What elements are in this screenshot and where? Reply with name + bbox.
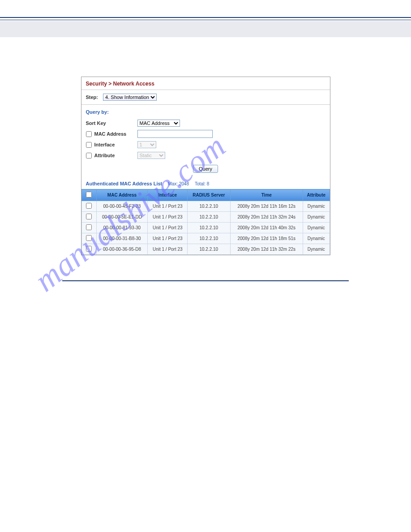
interface-header: Interface	[148, 189, 188, 201]
top-border	[0, 17, 411, 20]
step-label: Step:	[86, 94, 98, 100]
list-total: Total: 8	[195, 181, 209, 186]
cell-time: 2008y 20m 12d 11h 32m 24s	[230, 212, 303, 223]
mac-address-row: MAC Address	[86, 129, 325, 139]
step-select[interactable]: 4. Show Information	[103, 94, 157, 101]
table-row: 00-00-00-45-F2-23Unit 1 / Port 2310.2.2.…	[81, 201, 330, 212]
list-title: Authenticated MAC Address List	[86, 181, 163, 186]
mac-address-input[interactable]	[137, 130, 213, 138]
cell-attribute: Dynamic	[303, 201, 330, 212]
sort-key-select[interactable]: MAC Address	[137, 120, 180, 127]
panel-title: Security > Network Access	[81, 77, 330, 90]
query-button[interactable]: Query	[193, 165, 218, 173]
cell-time: 2008y 20m 12d 11h 16m 12s	[230, 201, 303, 212]
sort-key-row: Sort Key MAC Address	[86, 118, 325, 128]
query-section: Query by: Sort Key MAC Address MAC Addre…	[81, 105, 330, 179]
cell-radius: 10.2.2.10	[188, 244, 230, 255]
attribute-row: Attribute Static	[86, 150, 325, 160]
cell-interface: Unit 1 / Port 23	[148, 212, 188, 223]
attribute-checkbox[interactable]	[86, 153, 92, 159]
bottom-rule	[62, 280, 349, 281]
row-checkbox[interactable]	[86, 224, 92, 230]
interface-row: Interface 1	[86, 140, 325, 150]
cell-interface: Unit 1 / Port 23	[148, 244, 188, 255]
table-header-row: MAC Address Interface RADIUS Server Time…	[81, 189, 330, 201]
interface-checkbox[interactable]	[86, 142, 92, 148]
row-checkbox[interactable]	[86, 214, 92, 219]
query-by-title: Query by:	[86, 109, 325, 115]
cell-attribute: Dynamic	[303, 233, 330, 244]
table-row: 00-00-00-31-B8-30Unit 1 / Port 2310.2.2.…	[81, 233, 330, 244]
time-header: Time	[230, 189, 303, 201]
mac-address-table: MAC Address Interface RADIUS Server Time…	[81, 189, 330, 255]
list-title-row: Authenticated MAC Address List Max: 2048…	[81, 179, 330, 189]
cell-mac: 00-00-00-31-B8-30	[96, 233, 148, 244]
cell-mac: 00-00-00-36-95-D8	[96, 244, 148, 255]
cell-attribute: Dynamic	[303, 223, 330, 233]
network-access-panel: Security > Network Access Step: 4. Show …	[81, 77, 330, 255]
cell-radius: 10.2.2.10	[188, 212, 230, 223]
row-checkbox[interactable]	[86, 203, 92, 209]
cell-mac: 00-00-00-81-93-30	[96, 223, 148, 233]
attribute-label: Attribute	[94, 153, 115, 158]
row-checkbox[interactable]	[86, 235, 92, 241]
table-row: 00-00-00-36-95-D8Unit 1 / Port 2310.2.2.…	[81, 244, 330, 255]
radius-header: RADIUS Server	[188, 189, 230, 201]
table-row: 00-00-00-5E-E1-DDUnit 1 / Port 2310.2.2.…	[81, 212, 330, 223]
cell-time: 2008y 20m 12d 11h 18m 51s	[230, 233, 303, 244]
cell-attribute: Dynamic	[303, 212, 330, 223]
cell-radius: 10.2.2.10	[188, 201, 230, 212]
select-all-header	[81, 189, 96, 201]
cell-mac: 00-00-00-5E-E1-DD	[96, 212, 148, 223]
mac-address-label: MAC Address	[94, 131, 127, 137]
step-row: Step: 4. Show Information	[81, 90, 330, 105]
interface-label: Interface	[94, 142, 115, 147]
select-all-checkbox[interactable]	[86, 192, 92, 197]
interface-select: 1	[137, 141, 156, 148]
mac-header: MAC Address	[96, 189, 148, 201]
cell-radius: 10.2.2.10	[188, 223, 230, 233]
cell-mac: 00-00-00-45-F2-23	[96, 201, 148, 212]
attribute-select: Static	[137, 152, 165, 159]
header-band	[0, 21, 411, 37]
cell-interface: Unit 1 / Port 23	[148, 223, 188, 233]
sort-key-label: Sort Key	[86, 120, 106, 126]
cell-radius: 10.2.2.10	[188, 233, 230, 244]
table-row: 00-00-00-81-93-30Unit 1 / Port 2310.2.2.…	[81, 223, 330, 233]
cell-attribute: Dynamic	[303, 244, 330, 255]
attribute-header: Attribute	[303, 189, 330, 201]
cell-interface: Unit 1 / Port 23	[148, 201, 188, 212]
mac-address-checkbox[interactable]	[86, 131, 92, 137]
row-checkbox[interactable]	[86, 246, 92, 252]
list-max: Max: 2048	[168, 181, 189, 186]
cell-time: 2008y 20m 12d 11h 40m 32s	[230, 223, 303, 233]
cell-interface: Unit 1 / Port 23	[148, 233, 188, 244]
cell-time: 2008y 20m 12d 11h 32m 22s	[230, 244, 303, 255]
